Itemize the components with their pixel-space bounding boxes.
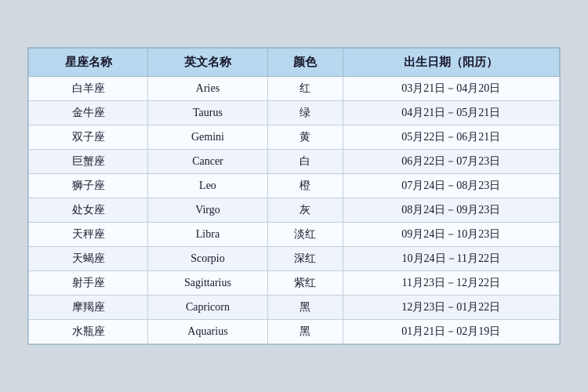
cell-color: 红 [267,77,343,101]
cell-date: 07月24日－08月23日 [343,174,559,198]
cell-color: 白 [267,150,343,174]
cell-english-name: Taurus [148,101,267,125]
cell-date: 04月21日－05月21日 [343,101,559,125]
cell-date: 03月21日－04月20日 [343,77,559,101]
cell-chinese-name: 双子座 [29,125,148,150]
cell-color: 绿 [267,101,343,125]
cell-color: 黑 [267,296,343,320]
table-row: 双子座Gemini黄05月22日－06月21日 [29,125,560,150]
cell-english-name: Aries [148,77,267,101]
table-row: 巨蟹座Cancer白06月22日－07月23日 [29,150,560,174]
table-header-row: 星座名称 英文名称 颜色 出生日期（阳历） [29,49,560,77]
cell-date: 12月23日－01月22日 [343,296,559,320]
table-row: 水瓶座Aquarius黑01月21日－02月19日 [29,320,560,344]
cell-date: 11月23日－12月22日 [343,271,559,296]
cell-english-name: Leo [148,174,267,198]
table-row: 摩羯座Capricorn黑12月23日－01月22日 [29,296,560,320]
table-row: 天秤座Libra淡红09月24日－10月23日 [29,223,560,247]
cell-date: 05月22日－06月21日 [343,125,559,150]
cell-english-name: Sagittarius [148,271,267,296]
cell-chinese-name: 白羊座 [29,77,148,101]
cell-date: 08月24日－09月23日 [343,198,559,223]
cell-chinese-name: 天秤座 [29,223,148,247]
cell-english-name: Scorpio [148,247,267,271]
cell-color: 黑 [267,320,343,344]
cell-chinese-name: 摩羯座 [29,296,148,320]
cell-english-name: Libra [148,223,267,247]
cell-color: 灰 [267,198,343,223]
cell-english-name: Aquarius [148,320,267,344]
cell-english-name: Capricorn [148,296,267,320]
cell-color: 紫红 [267,271,343,296]
header-chinese-name: 星座名称 [29,49,148,77]
zodiac-table: 星座名称 英文名称 颜色 出生日期（阳历） 白羊座Aries红03月21日－04… [28,48,560,344]
cell-chinese-name: 巨蟹座 [29,150,148,174]
table-row: 金牛座Taurus绿04月21日－05月21日 [29,101,560,125]
cell-chinese-name: 水瓶座 [29,320,148,344]
header-color: 颜色 [267,49,343,77]
table-row: 射手座Sagittarius紫红11月23日－12月22日 [29,271,560,296]
cell-date: 01月21日－02月19日 [343,320,559,344]
header-date: 出生日期（阳历） [343,49,559,77]
cell-color: 深红 [267,247,343,271]
cell-chinese-name: 天蝎座 [29,247,148,271]
cell-color: 淡红 [267,223,343,247]
table-body: 白羊座Aries红03月21日－04月20日金牛座Taurus绿04月21日－0… [29,77,560,344]
cell-english-name: Virgo [148,198,267,223]
cell-english-name: Gemini [148,125,267,150]
cell-english-name: Cancer [148,150,267,174]
cell-chinese-name: 处女座 [29,198,148,223]
table-row: 白羊座Aries红03月21日－04月20日 [29,77,560,101]
table-row: 处女座Virgo灰08月24日－09月23日 [29,198,560,223]
cell-date: 09月24日－10月23日 [343,223,559,247]
cell-color: 橙 [267,174,343,198]
table-row: 狮子座Leo橙07月24日－08月23日 [29,174,560,198]
cell-chinese-name: 射手座 [29,271,148,296]
header-english-name: 英文名称 [148,49,267,77]
table-row: 天蝎座Scorpio深红10月24日－11月22日 [29,247,560,271]
zodiac-table-container: 星座名称 英文名称 颜色 出生日期（阳历） 白羊座Aries红03月21日－04… [27,47,561,345]
cell-color: 黄 [267,125,343,150]
cell-date: 10月24日－11月22日 [343,247,559,271]
cell-date: 06月22日－07月23日 [343,150,559,174]
cell-chinese-name: 狮子座 [29,174,148,198]
cell-chinese-name: 金牛座 [29,101,148,125]
